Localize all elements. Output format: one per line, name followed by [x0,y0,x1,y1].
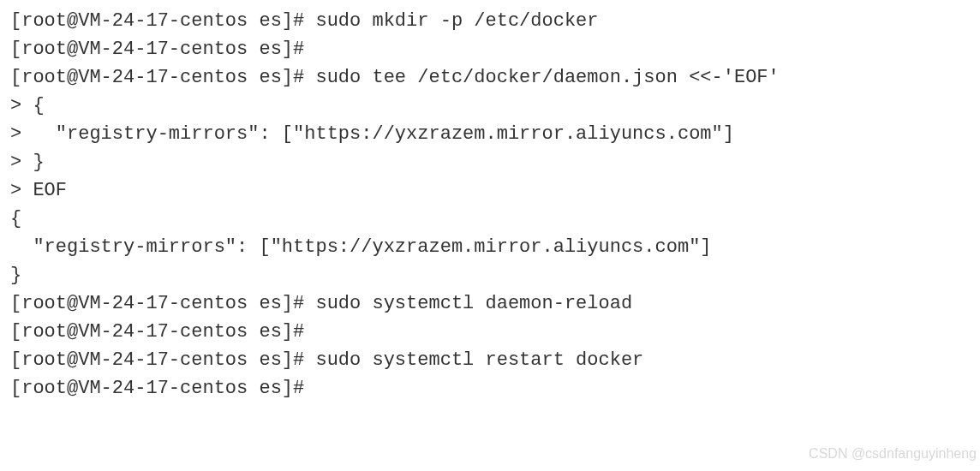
terminal-line: [root@VM-24-17-centos es]# sudo systemct… [10,346,970,374]
terminal-line: } [10,261,970,289]
terminal-line: > } [10,148,970,176]
terminal-output: [root@VM-24-17-centos es]# sudo mkdir -p… [10,7,970,402]
terminal-line: [root@VM-24-17-centos es]# [10,374,970,402]
terminal-line: [root@VM-24-17-centos es]# sudo mkdir -p… [10,7,970,35]
watermark-text: CSDN @csdnfanguyinheng [809,444,977,464]
terminal-line: "registry-mirrors": ["https://yxzrazem.m… [10,233,970,261]
terminal-line: [root@VM-24-17-centos es]# [10,318,970,346]
terminal-line: > EOF [10,176,970,205]
terminal-line: [root@VM-24-17-centos es]# sudo systemct… [10,289,970,318]
terminal-line: > { [10,92,970,120]
terminal-line: [root@VM-24-17-centos es]# sudo tee /etc… [10,63,970,92]
terminal-line: { [10,205,970,233]
terminal-line: > "registry-mirrors": ["https://yxzrazem… [10,120,970,148]
terminal-line: [root@VM-24-17-centos es]# [10,35,970,63]
